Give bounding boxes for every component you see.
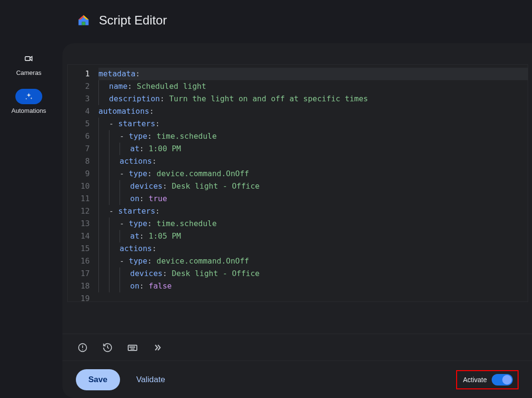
code-line[interactable]: at: 1:00 PM <box>98 143 528 155</box>
code-line[interactable]: devices: Desk light - Office <box>98 180 528 193</box>
code-line[interactable]: metadata: <box>98 68 528 80</box>
svg-point-3 <box>82 349 83 350</box>
code-line[interactable]: - type: time.schedule <box>98 130 528 143</box>
code-line[interactable]: - starters: <box>98 205 528 217</box>
sidebar: Cameras Automations <box>0 39 58 398</box>
code-editor[interactable]: 12345678910111213141516171819 metadata:n… <box>67 64 528 302</box>
header: Script Editor <box>0 0 532 39</box>
svg-rect-4 <box>128 345 137 350</box>
code-line[interactable]: - type: device.command.OnOff <box>98 255 528 267</box>
code-line[interactable]: actions: <box>98 155 528 168</box>
svg-rect-0 <box>25 57 30 60</box>
code-content[interactable]: metadata:name: Scheduled lightdescriptio… <box>94 65 528 302</box>
activate-label: Activate <box>463 376 487 384</box>
activate-control: Activate <box>463 374 513 386</box>
action-bar: Save Validate Activate <box>62 361 532 398</box>
code-line[interactable] <box>98 292 528 302</box>
line-gutter: 12345678910111213141516171819 <box>68 65 94 302</box>
activate-toggle[interactable] <box>492 374 513 386</box>
save-button[interactable]: Save <box>76 369 120 390</box>
code-line[interactable]: on: true <box>98 193 528 205</box>
sidebar-item-cameras[interactable]: Cameras <box>15 48 42 79</box>
more-icon[interactable] <box>152 342 163 353</box>
sparkle-icon <box>15 89 42 104</box>
code-line[interactable]: at: 1:05 PM <box>98 230 528 242</box>
sidebar-item-label: Automations <box>12 107 46 114</box>
code-line[interactable]: - starters: <box>98 118 528 130</box>
sidebar-item-automations[interactable]: Automations <box>12 86 46 117</box>
validate-button[interactable]: Validate <box>133 370 169 389</box>
editor-panel: 12345678910111213141516171819 metadata:n… <box>62 43 532 398</box>
camera-icon <box>15 51 42 66</box>
code-line[interactable]: devices: Desk light - Office <box>98 267 528 280</box>
code-line[interactable]: on: false <box>98 280 528 292</box>
code-line[interactable]: description: Turn the light on and off a… <box>98 93 528 105</box>
keyboard-icon[interactable] <box>127 342 138 353</box>
code-line[interactable]: automations: <box>98 105 528 118</box>
code-line[interactable]: actions: <box>98 242 528 255</box>
svg-point-8 <box>134 347 134 347</box>
editor-toolbar <box>62 334 532 361</box>
code-line[interactable]: name: Scheduled light <box>98 80 528 93</box>
svg-point-6 <box>131 347 132 347</box>
code-line[interactable]: - type: device.command.OnOff <box>98 168 528 180</box>
sidebar-item-label: Cameras <box>16 69 42 76</box>
page-title: Script Editor <box>99 13 167 28</box>
activate-highlight: Activate <box>456 370 519 389</box>
error-icon[interactable] <box>77 342 88 353</box>
code-line[interactable]: - type: time.schedule <box>98 217 528 230</box>
svg-point-7 <box>133 347 133 347</box>
svg-point-5 <box>130 347 130 347</box>
toggle-knob <box>502 375 512 385</box>
history-icon[interactable] <box>102 342 113 353</box>
google-home-logo-icon <box>77 13 90 27</box>
